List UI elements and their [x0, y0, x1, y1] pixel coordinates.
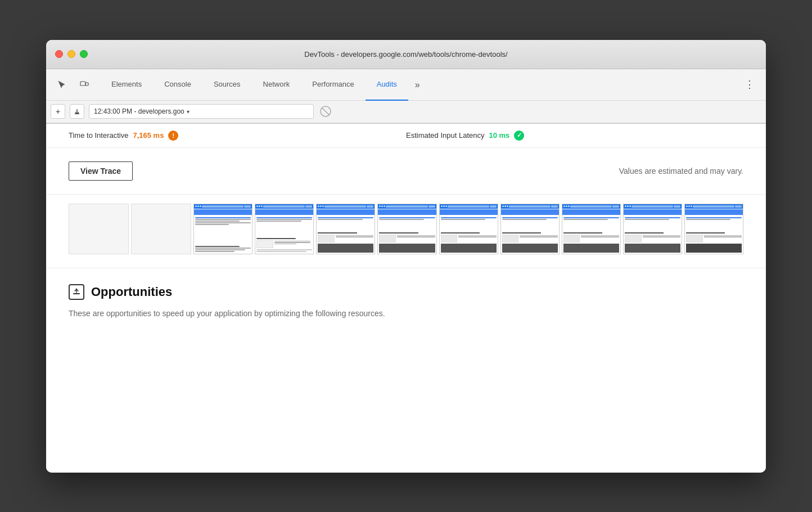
devtools-window: DevTools - developers.google.com/web/too…: [46, 40, 766, 473]
tab-sources[interactable]: Sources: [202, 69, 252, 101]
tab-bar: Elements Console Sources Network Perform…: [96, 69, 738, 101]
filmstrip-frame-8[interactable]: [623, 204, 682, 254]
opportunities-title: Opportunities: [91, 285, 172, 299]
main-content: Time to Interactive 7,165 ms ! Estimated…: [46, 124, 766, 473]
svg-rect-1: [85, 83, 88, 86]
eil-label: Estimated Input Latency: [406, 131, 484, 140]
device-toggle-icon[interactable]: [75, 75, 93, 93]
address-bar-row: + 12:43:00 PM - developers.goo ▾: [46, 101, 766, 123]
filmstrip-frame-4[interactable]: [377, 204, 436, 254]
estimated-note: Values are estimated and may vary.: [619, 167, 743, 176]
svg-line-3: [322, 108, 329, 115]
eil-severity-icon: ✓: [514, 131, 524, 141]
filmstrip-frame-empty-2: [131, 204, 191, 254]
tab-audits[interactable]: Audits: [366, 69, 408, 101]
tti-value: 7,165 ms: [133, 131, 164, 140]
opportunities-icon: [69, 284, 84, 300]
filmstrip-frame-9[interactable]: [684, 204, 743, 254]
devtools-chrome: Elements Console Sources Network Perform…: [46, 69, 766, 124]
filmstrip-frame-7[interactable]: [562, 204, 621, 254]
recording-label: 12:43:00 PM - developers.goo: [94, 107, 184, 115]
recording-selector[interactable]: 12:43:00 PM - developers.goo ▾: [89, 104, 314, 119]
time-to-interactive-metric: Time to Interactive 7,165 ms !: [69, 131, 406, 141]
filmstrip-frame-empty-1: [69, 204, 129, 254]
svg-rect-4: [73, 293, 80, 294]
metrics-row: Time to Interactive 7,165 ms ! Estimated…: [46, 124, 766, 148]
opportunities-description: These are opportunities to speed up your…: [69, 308, 743, 320]
tti-label: Time to Interactive: [69, 131, 128, 140]
add-recording-button[interactable]: +: [51, 104, 65, 119]
tab-elements[interactable]: Elements: [100, 69, 153, 101]
minimize-button[interactable]: [67, 50, 75, 58]
view-trace-button[interactable]: View Trace: [69, 161, 133, 181]
eil-value: 10 ms: [489, 131, 509, 140]
svg-rect-0: [80, 82, 85, 86]
devtools-menu-icon[interactable]: ⋮: [738, 69, 761, 100]
opportunities-header: Opportunities: [69, 284, 743, 300]
window-title: DevTools - developers.google.com/web/too…: [304, 50, 507, 59]
estimated-input-metric: Estimated Input Latency 10 ms ✓: [406, 131, 743, 141]
tti-severity-icon: !: [168, 131, 178, 141]
close-button[interactable]: [55, 50, 63, 58]
filmstrip-frame-2[interactable]: [255, 204, 314, 254]
tab-console[interactable]: Console: [153, 69, 202, 101]
titlebar: DevTools - developers.google.com/web/too…: [46, 40, 766, 69]
more-tabs-button[interactable]: »: [408, 69, 427, 101]
import-button[interactable]: [70, 104, 84, 119]
filmstrip-frame-1[interactable]: [193, 204, 252, 254]
maximize-button[interactable]: [80, 50, 88, 58]
traffic-lights: [55, 50, 88, 58]
filmstrip-frame-5[interactable]: [439, 204, 498, 254]
filmstrip-container: [69, 204, 743, 254]
stop-recording-icon[interactable]: [318, 104, 333, 119]
opportunities-section: Opportunities These are opportunities to…: [46, 268, 766, 335]
filmstrip-frame-6[interactable]: [500, 204, 560, 254]
cursor-icon[interactable]: [53, 75, 71, 93]
toolbar-row: Elements Console Sources Network Perform…: [46, 69, 766, 101]
filmstrip-frame-3[interactable]: [316, 204, 375, 254]
tab-network[interactable]: Network: [252, 69, 301, 101]
dropdown-arrow: ▾: [187, 109, 190, 115]
filmstrip-section: [46, 195, 766, 268]
tab-performance[interactable]: Performance: [301, 69, 365, 101]
trace-section: View Trace Values are estimated and may …: [46, 148, 766, 195]
